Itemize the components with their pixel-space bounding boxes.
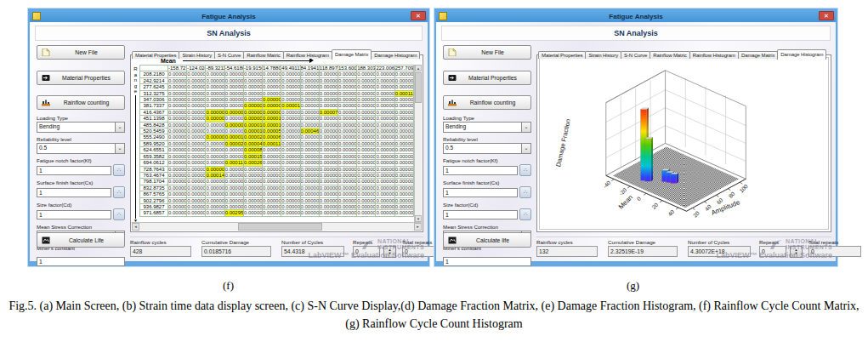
matrix-cell[interactable]: 0.000000: [300, 109, 319, 115]
total-repeats-value[interactable]: 0: [808, 246, 861, 257]
matrix-cell[interactable]: 0.000000: [376, 153, 394, 159]
matrix-cell[interactable]: 0.000000: [319, 166, 338, 172]
matrix-cell[interactable]: 0.00000: [224, 109, 243, 115]
size-factor-input[interactable]: [443, 210, 518, 219]
matrix-cell[interactable]: 0.000000: [338, 134, 356, 140]
matrix-cell[interactable]: 0.000000: [281, 179, 300, 185]
matrix-cell[interactable]: 0.000000: [224, 166, 243, 172]
matrix-cell[interactable]: 0.000000: [394, 191, 413, 197]
matrix-cell[interactable]: 0.000000: [224, 172, 243, 178]
matrix-cell[interactable]: 0.00001: [224, 134, 243, 140]
matrix-cell[interactable]: 0.00001: [281, 103, 300, 109]
matrix-cell[interactable]: 0.000000: [281, 134, 300, 140]
matrix-cell[interactable]: 0.000000: [187, 179, 206, 185]
matrix-cell[interactable]: 0.000000: [394, 153, 413, 159]
matrix-cell[interactable]: 0.000000: [243, 77, 262, 83]
matrix-cell[interactable]: 0.000000: [206, 84, 224, 90]
matrix-cell[interactable]: 0.000000: [357, 77, 376, 83]
matrix-cell[interactable]: 0.00000: [263, 103, 281, 109]
matrix-cell[interactable]: 0.000000: [168, 128, 187, 134]
matrix-cell[interactable]: 0.000000: [357, 134, 376, 140]
matrix-cell[interactable]: 0.000000: [357, 185, 376, 191]
matrix-cell[interactable]: 0.000000: [168, 71, 187, 77]
matrix-cell[interactable]: 0.00000: [206, 134, 224, 140]
matrix-cell[interactable]: 0.000000: [263, 197, 281, 203]
matrix-cell[interactable]: 0.000000: [394, 128, 413, 134]
reliability-dropdown[interactable]: 0.5: [443, 143, 531, 154]
rainflow-counting-button[interactable]: Rainflow counting: [443, 95, 531, 110]
matrix-cell[interactable]: 0.000000: [281, 84, 300, 90]
matrix-cell[interactable]: 0.000000: [187, 128, 206, 134]
matrix-cell[interactable]: 0.000000: [357, 160, 376, 166]
cd-helper-icon[interactable]: [113, 208, 125, 220]
matrix-cell[interactable]: 0.00002: [243, 134, 262, 140]
matrix-cell[interactable]: 0.000000: [300, 134, 319, 140]
matrix-cell[interactable]: 0.000000: [224, 103, 243, 109]
matrix-cell[interactable]: 0.000000: [376, 147, 394, 153]
matrix-cell[interactable]: 0.000000: [357, 71, 376, 77]
matrix-cell[interactable]: 0.000000: [224, 71, 243, 77]
matrix-cell[interactable]: 0.000000: [187, 140, 206, 146]
new-file-button[interactable]: New File: [443, 45, 531, 60]
close-icon[interactable]: [819, 11, 834, 20]
matrix-cell[interactable]: 0.000000: [243, 71, 262, 77]
matrix-cell[interactable]: 0.000000: [300, 179, 319, 185]
damage-histogram-3d-plot[interactable]: -40-200204020406080100 Damage Fraction M…: [539, 57, 829, 230]
matrix-cell[interactable]: 0.000000: [338, 90, 356, 96]
matrix-cell[interactable]: 0.000000: [319, 77, 338, 83]
matrix-cell[interactable]: 0.000000: [187, 203, 206, 209]
matrix-cell[interactable]: 0.000000: [300, 203, 319, 209]
matrix-cell[interactable]: 0.000000: [243, 166, 262, 172]
matrix-cell[interactable]: 0.000000: [394, 109, 413, 115]
matrix-cell[interactable]: 0.000000: [376, 140, 394, 146]
matrix-cell[interactable]: 0.000000: [357, 122, 376, 128]
matrix-cell[interactable]: 0.000000: [168, 77, 187, 83]
matrix-cell[interactable]: 0.00026: [243, 160, 262, 166]
matrix-cell[interactable]: 0.000000: [394, 197, 413, 203]
matrix-cell[interactable]: 0.000000: [206, 147, 224, 153]
matrix-cell[interactable]: 0.000000: [281, 77, 300, 83]
matrix-cell[interactable]: 0.000000: [187, 210, 206, 216]
matrix-cell[interactable]: 0.000000: [187, 160, 206, 166]
matrix-cell[interactable]: 0.00011: [224, 160, 243, 166]
matrix-cell[interactable]: 0.000000: [300, 172, 319, 178]
cs-helper-icon[interactable]: [519, 186, 531, 198]
matrix-cell[interactable]: 0.000000: [263, 84, 281, 90]
matrix-cell[interactable]: 0.000000: [338, 210, 356, 216]
fatigue-notch-factor-input[interactable]: [37, 166, 111, 175]
number-of-cycles-value[interactable]: 4.30072E+18: [688, 246, 751, 257]
number-of-cycles-value[interactable]: 54.4318: [281, 246, 344, 257]
matrix-cell[interactable]: 0.000000: [338, 153, 356, 159]
matrix-cell[interactable]: 0.00007: [319, 109, 338, 115]
matrix-cell[interactable]: 0.000000: [319, 97, 338, 103]
cd-helper-icon[interactable]: [519, 208, 531, 220]
matrix-cell[interactable]: 0.000000: [206, 128, 224, 134]
matrix-cell[interactable]: 0.00002: [224, 140, 243, 146]
size-factor-input[interactable]: [37, 210, 111, 219]
matrix-cell[interactable]: 0.000000: [187, 90, 206, 96]
matrix-cell[interactable]: 0.000000: [168, 90, 187, 96]
tab-rainflow-histogram[interactable]: Rainflow Histogram: [283, 51, 332, 59]
matrix-cell[interactable]: 0.00000: [206, 116, 224, 122]
calculate-life-button[interactable]: Calculate life: [443, 232, 531, 248]
matrix-cell[interactable]: 0.000000: [263, 71, 281, 77]
matrix-cell[interactable]: 0.000000: [338, 84, 356, 90]
matrix-cell[interactable]: 0.000000: [319, 84, 338, 90]
close-icon[interactable]: [411, 11, 426, 20]
matrix-cell[interactable]: 0.000000: [168, 122, 187, 128]
matrix-cell[interactable]: 0.00000: [224, 122, 243, 128]
matrix-cell[interactable]: 0.000000: [376, 122, 394, 128]
matrix-cell[interactable]: 0.000000: [300, 197, 319, 203]
matrix-cell[interactable]: 0.000000: [357, 166, 376, 172]
matrix-cell[interactable]: 0.000000: [300, 97, 319, 103]
matrix-cell[interactable]: 0.000000: [300, 77, 319, 83]
matrix-cell[interactable]: 0.000000: [206, 191, 224, 197]
matrix-cell[interactable]: 0.000000: [394, 84, 413, 90]
matrix-cell[interactable]: 0.000000: [394, 185, 413, 191]
tab-damage-matrix[interactable]: Damage Matrix: [738, 51, 778, 59]
matrix-cell[interactable]: 0.000000: [376, 191, 394, 197]
tab-rainflow-matric[interactable]: Rainflow Matric: [243, 51, 284, 59]
matrix-cell[interactable]: 0.000000: [394, 134, 413, 140]
calculate-life-button[interactable]: Calculate Life: [37, 232, 125, 248]
matrix-cell[interactable]: 0.000000: [319, 203, 338, 209]
